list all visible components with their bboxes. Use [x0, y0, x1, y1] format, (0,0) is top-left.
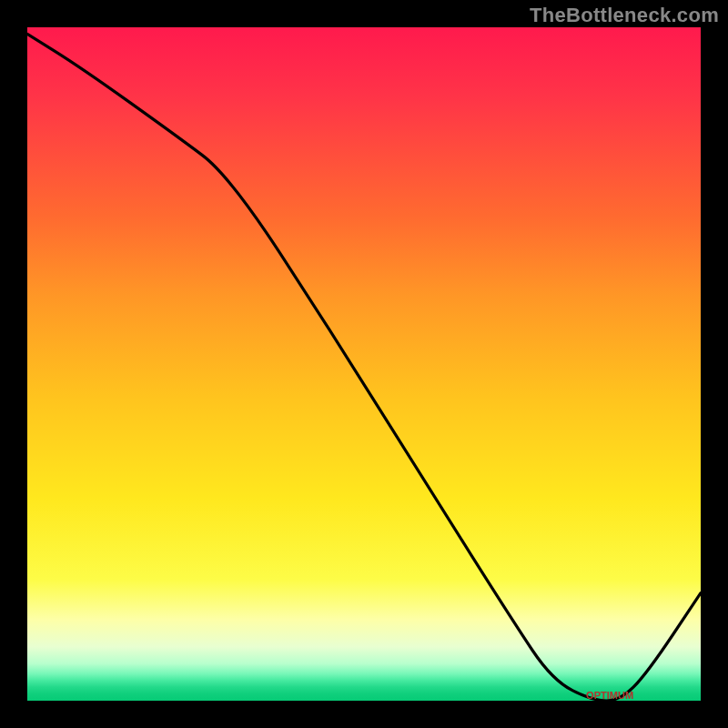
bottleneck-curve — [27, 27, 701, 701]
watermark-label: TheBottleneck.com — [530, 4, 719, 27]
plot-area: OPTIMUM — [27, 27, 701, 701]
optimum-label: OPTIMUM — [586, 690, 633, 701]
chart-canvas: TheBottleneck.com OPTIMUM — [0, 0, 728, 728]
